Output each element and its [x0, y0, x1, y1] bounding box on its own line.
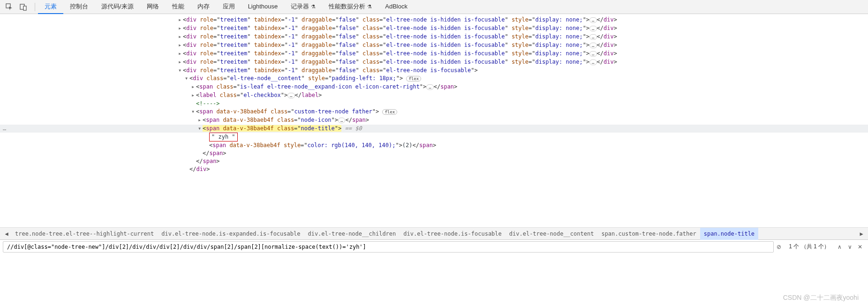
expand-arrow-icon[interactable]: ▸ — [191, 83, 196, 91]
expand-arrow-icon[interactable]: ▾ — [178, 67, 183, 74]
ellipsis-icon[interactable]: … — [589, 51, 596, 57]
expand-arrow-icon[interactable]: ▸ — [178, 50, 183, 58]
tab-recorder[interactable]: 记录器⚗ — [284, 0, 322, 14]
dom-row[interactable]: <span data-v-38baeb4f style="color: rgb(… — [0, 141, 868, 149]
tab-performance[interactable]: 性能 — [166, 0, 191, 14]
dom-row[interactable]: ▸<div role="treeitem" tabindex="-1" drag… — [0, 41, 868, 50]
panel-tabs: 元素 控制台 源代码/来源 网络 性能 内存 应用 Lighthouse 记录器… — [38, 0, 414, 14]
ellipsis-icon[interactable]: … — [589, 34, 596, 40]
expand-arrow-icon[interactable]: ▸ — [178, 24, 183, 32]
device-toggle-icon[interactable] — [18, 1, 29, 13]
crumb-item[interactable]: div.el-tree-node__content — [506, 228, 598, 240]
expand-arrow-icon[interactable]: ▸ — [198, 116, 203, 124]
expand-arrow-icon[interactable]: ▾ — [191, 108, 196, 116]
expand-arrow-icon[interactable]: ▸ — [178, 33, 183, 41]
dom-row[interactable]: </span> — [0, 157, 868, 165]
dom-row[interactable]: ▸<span class="is-leaf el-tree-node__expa… — [0, 83, 868, 91]
dom-row[interactable]: ▾<div role="treeitem" tabindex="-1" drag… — [0, 67, 868, 74]
dom-row[interactable]: ▸<label class="el-checkbox">…</label> — [0, 91, 868, 100]
watermark: CSDN @二十二画夜yoohi — [783, 294, 859, 302]
tab-adblock[interactable]: AdBlock — [378, 0, 414, 14]
search-close-icon[interactable]: ✕ — [855, 242, 865, 252]
dom-row[interactable]: ▸<div role="treeitem" tabindex="-1" drag… — [0, 24, 868, 33]
breadcrumb-bar: ◀ tree.node-tree.el-tree--highlight-curr… — [0, 227, 868, 239]
dom-row[interactable]: ▸<div role="treeitem" tabindex="-1" drag… — [0, 58, 868, 67]
dom-row[interactable]: ▸<div role="treeitem" tabindex="-1" drag… — [0, 16, 868, 24]
crumb-item[interactable]: div.el-tree-node.is-expanded.is-focusabl… — [158, 228, 304, 240]
breadcrumbs: tree.node-tree.el-tree--highlight-curren… — [11, 228, 857, 240]
crumb-item[interactable]: div.el-tree-node__children — [304, 228, 400, 240]
expand-arrow-icon[interactable]: ▾ — [198, 125, 203, 133]
inspect-icon[interactable] — [4, 1, 15, 13]
dom-row[interactable]: </div> — [0, 165, 868, 173]
selection-marker: == $0 — [345, 125, 362, 132]
dom-row[interactable]: </span> — [0, 149, 868, 157]
tab-application[interactable]: 应用 — [216, 0, 242, 14]
dom-row[interactable]: ▾<span data-v-38baeb4f class="custom-tre… — [0, 108, 868, 116]
expand-arrow-icon[interactable]: ▸ — [178, 16, 183, 24]
search-input[interactable] — [3, 241, 774, 253]
dom-row[interactable]: ▸<div role="treeitem" tabindex="-1" drag… — [0, 50, 868, 58]
crumb-item[interactable]: div.el-tree-node.is-focusable — [400, 228, 506, 240]
expand-arrow-icon[interactable]: ▸ — [178, 41, 183, 49]
crumb-item[interactable]: tree.node-tree.el-tree--highlight-curren… — [11, 228, 158, 240]
beta-icon: ⚗ — [311, 4, 316, 9]
ellipsis-icon[interactable]: … — [338, 118, 345, 123]
expand-arrow-icon[interactable]: ▾ — [185, 74, 189, 82]
crumb-left-icon[interactable]: ◀ — [2, 231, 11, 237]
tab-lighthouse[interactable]: Lighthouse — [242, 0, 285, 14]
tab-console[interactable]: 控制台 — [63, 0, 95, 14]
search-clear-icon[interactable]: ⊘ — [774, 242, 784, 252]
search-next-icon[interactable]: ∨ — [845, 242, 855, 252]
tab-network[interactable]: 网络 — [140, 0, 166, 14]
dom-row[interactable]: " zyh " — [0, 133, 868, 141]
dom-tree[interactable]: ▸<div role="treeitem" tabindex="-1" drag… — [0, 14, 868, 227]
svg-rect-2 — [23, 6, 26, 10]
expand-arrow-icon[interactable]: ▸ — [191, 91, 196, 99]
search-bar: ⊘ 1 个 （共 1 个） ∧ ∨ ✕ — [0, 239, 868, 253]
gutter-dots-icon[interactable]: … — [3, 125, 6, 133]
search-count: 1 个 （共 1 个） — [789, 243, 830, 251]
flex-badge[interactable]: flex — [382, 109, 397, 115]
devtools-toolbar: 元素 控制台 源代码/来源 网络 性能 内存 应用 Lighthouse 记录器… — [0, 0, 868, 14]
toolbar-divider — [35, 3, 35, 11]
crumb-item-selected[interactable]: span.node-title — [700, 228, 758, 240]
ellipsis-icon[interactable]: … — [589, 17, 596, 23]
ellipsis-icon[interactable]: … — [287, 93, 294, 98]
flex-badge[interactable]: flex — [406, 76, 421, 82]
dom-row[interactable]: ▸<div role="treeitem" tabindex="-1" drag… — [0, 33, 868, 41]
tab-perf-insights[interactable]: 性能数据分析⚗ — [322, 0, 378, 14]
dom-row-selected[interactable]: …▾<span data-v-38baeb4f class="node-titl… — [0, 125, 868, 133]
dom-row[interactable]: <!----> — [0, 100, 868, 108]
crumb-item[interactable]: span.custom-tree-node.father — [597, 228, 700, 240]
expand-arrow-icon[interactable]: ▸ — [178, 58, 183, 66]
beta-icon: ⚗ — [367, 4, 372, 9]
tab-memory[interactable]: 内存 — [191, 0, 216, 14]
ellipsis-icon[interactable]: … — [589, 26, 596, 31]
tab-elements[interactable]: 元素 — [38, 0, 63, 14]
dom-row[interactable]: ▾<div class="el-tree-node__content" styl… — [0, 74, 868, 83]
crumb-right-icon[interactable]: ▶ — [857, 231, 866, 237]
ellipsis-icon[interactable]: … — [589, 43, 596, 48]
tab-sources[interactable]: 源代码/来源 — [95, 0, 140, 14]
dom-row[interactable]: ▸<span data-v-38baeb4f class="node-icon"… — [0, 116, 868, 125]
ellipsis-icon[interactable]: … — [426, 84, 433, 90]
search-match-highlight: " zyh " — [209, 133, 238, 141]
ellipsis-icon[interactable]: … — [589, 60, 596, 65]
search-prev-icon[interactable]: ∧ — [834, 242, 845, 252]
